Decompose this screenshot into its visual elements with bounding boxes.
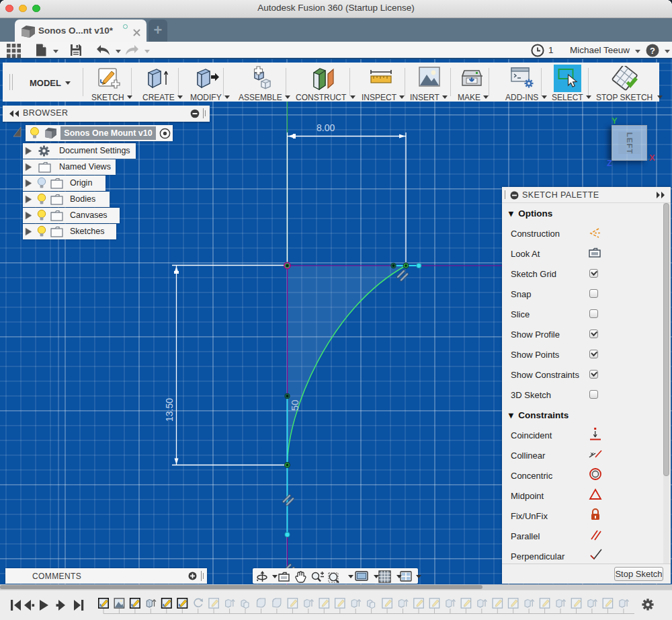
svg-text:?: ? <box>650 46 655 56</box>
svg-text:13.50: 13.50 <box>164 398 175 422</box>
svg-text:8.00: 8.00 <box>317 122 335 133</box>
svg-text:50: 50 <box>289 399 300 411</box>
